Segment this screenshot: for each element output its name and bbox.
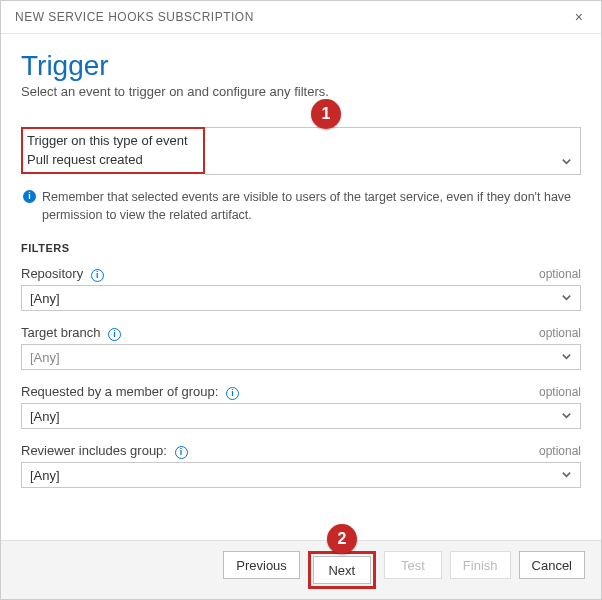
dialog-title: NEW SERVICE HOOKS SUBSCRIPTION [15,10,254,24]
requested-by-label: Requested by a member of group: [21,384,218,399]
dialog-footer: Previous 2 Next Test Finish Cancel [1,540,601,599]
dialog-header: NEW SERVICE HOOKS SUBSCRIPTION × [1,1,601,34]
target-branch-field: Target branch i optional [Any] [21,325,581,370]
callout-highlight-1: Trigger on this type of event Pull reque… [21,127,205,174]
repository-value: [Any] [30,291,60,306]
chevron-down-icon [561,409,572,424]
info-icon[interactable]: i [108,328,121,341]
event-type-value: Pull request created [27,152,143,167]
reviewer-field: Reviewer includes group: i optional [Any… [21,443,581,488]
info-icon[interactable]: i [175,446,188,459]
optional-tag: optional [539,267,581,281]
reviewer-select[interactable]: [Any] [21,462,581,488]
chevron-down-icon [561,291,572,306]
requested-by-value: [Any] [30,409,60,424]
chevron-down-icon [561,468,572,483]
close-icon[interactable]: × [569,7,589,27]
callout-highlight-2: 2 Next [308,551,376,589]
info-icon[interactable]: i [226,387,239,400]
page-subtitle: Select an event to trigger on and config… [21,84,581,99]
reviewer-label: Reviewer includes group: [21,443,167,458]
info-note: i Remember that selected events are visi… [23,189,581,224]
reviewer-value: [Any] [30,468,60,483]
page-title: Trigger [21,50,581,82]
requested-by-select[interactable]: [Any] [21,403,581,429]
dialog-content: Trigger Select an event to trigger on an… [1,34,601,522]
callout-badge-1: 1 [311,99,341,129]
target-branch-label: Target branch [21,325,101,340]
info-icon: i [23,190,36,203]
event-type-label: Trigger on this type of event [27,133,199,148]
cancel-button[interactable]: Cancel [519,551,585,579]
optional-tag: optional [539,326,581,340]
requested-by-field: Requested by a member of group: i option… [21,384,581,429]
chevron-down-icon [561,155,572,170]
previous-button[interactable]: Previous [223,551,300,579]
repository-label: Repository [21,266,83,281]
event-type-field: 1 Trigger on this type of event Pull req… [21,127,581,175]
filters-heading: FILTERS [21,242,581,254]
callout-badge-2: 2 [327,524,357,554]
repository-select[interactable]: [Any] [21,285,581,311]
event-type-select[interactable] [205,127,581,175]
test-button: Test [384,551,442,579]
chevron-down-icon [561,350,572,365]
target-branch-value: [Any] [30,350,60,365]
optional-tag: optional [539,385,581,399]
info-icon[interactable]: i [91,269,104,282]
repository-field: Repository i optional [Any] [21,266,581,311]
target-branch-select[interactable]: [Any] [21,344,581,370]
finish-button: Finish [450,551,511,579]
optional-tag: optional [539,444,581,458]
next-button[interactable]: Next [313,556,371,584]
info-note-text: Remember that selected events are visibl… [42,189,581,224]
